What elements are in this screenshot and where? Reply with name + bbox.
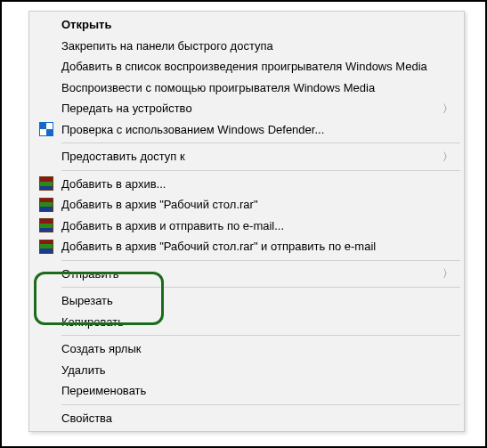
menu-item-pin-quick-access[interactable]: Закрепить на панели быстрого доступа [31,36,462,57]
blank-icon [37,59,56,75]
blank-icon [37,410,56,426]
menu-item-open[interactable]: Открыть [31,14,462,36]
blank-icon [37,37,56,53]
menu-label: Вырезать [56,294,113,307]
chevron-right-icon: 〉 [442,101,453,116]
menu-label: Добавить в архив "Рабочий стол.rar" [56,198,258,211]
winrar-icon [37,197,56,213]
separator [61,404,460,405]
blank-icon [37,383,56,399]
chevron-right-icon: 〉 [442,149,453,164]
menu-label: Передать на устройство [56,102,192,115]
menu-label: Предоставить доступ к [56,150,185,163]
menu-label: Открыть [56,18,111,31]
menu-label: Добавить в архив... [56,177,166,191]
menu-item-properties[interactable]: Свойства [31,408,462,429]
blank-icon [37,79,56,95]
menu-label: Добавить в список воспроизведения проигр… [56,60,427,73]
blank-icon [37,314,56,330]
winrar-icon [37,217,56,233]
menu-label: Копировать [56,315,124,329]
menu-item-cut[interactable]: Вырезать [31,290,462,312]
menu-label: Воспроизвести с помощью проигрывателя Wi… [56,81,375,94]
blank-icon [37,17,56,33]
blank-icon [37,265,56,281]
menu-label: Закрепить на панели быстрого доступа [56,39,273,53]
blank-icon [37,149,56,165]
separator [61,170,460,171]
menu-item-create-shortcut[interactable]: Создать ярлык [31,338,462,360]
menu-label: Добавить в архив "Рабочий стол.rar" и от… [56,240,376,253]
menu-item-wmp-add-playlist[interactable]: Добавить в список воспроизведения проигр… [31,56,462,77]
menu-item-defender-scan[interactable]: Проверка с использованием Windows Defend… [31,119,462,141]
menu-item-delete[interactable]: Удалить [31,360,462,381]
menu-label: Переименовать [56,384,146,397]
menu-item-rar-add-named[interactable]: Добавить в архив "Рабочий стол.rar" [31,194,462,216]
menu-item-send-to[interactable]: Отправить 〉 [31,264,462,285]
separator [61,335,460,336]
menu-item-copy[interactable]: Копировать [31,312,462,333]
menu-label: Удалить [56,363,106,377]
separator [61,260,460,261]
context-menu: Открыть Закрепить на панели быстрого дос… [28,11,465,432]
chevron-right-icon: 〉 [442,266,453,281]
blank-icon [37,341,56,357]
menu-item-wmp-play[interactable]: Воспроизвести с помощью проигрывателя Wi… [31,77,462,99]
menu-label: Создать ярлык [56,342,141,355]
menu-item-grant-access[interactable]: Предоставить доступ к 〉 [31,146,462,167]
defender-icon [37,121,56,137]
blank-icon [37,101,56,117]
menu-item-rename[interactable]: Переименовать [31,380,462,402]
menu-item-cast-to-device[interactable]: Передать на устройство 〉 [31,98,462,119]
menu-label: Проверка с использованием Windows Defend… [56,123,324,136]
winrar-icon [37,175,56,191]
winrar-icon [37,239,56,255]
menu-label: Отправить [56,267,118,281]
screenshot-frame: Открыть Закрепить на панели быстрого дос… [0,0,487,448]
menu-item-rar-email-named[interactable]: Добавить в архив "Рабочий стол.rar" и от… [31,236,462,257]
separator [61,287,460,288]
blank-icon [37,293,56,309]
blank-icon [37,362,56,378]
separator [61,143,460,143]
menu-label: Добавить в архив и отправить по e-mail..… [56,219,284,232]
menu-item-rar-email[interactable]: Добавить в архив и отправить по e-mail..… [31,216,462,237]
menu-item-rar-add[interactable]: Добавить в архив... [31,174,462,195]
menu-label: Свойства [56,411,112,425]
